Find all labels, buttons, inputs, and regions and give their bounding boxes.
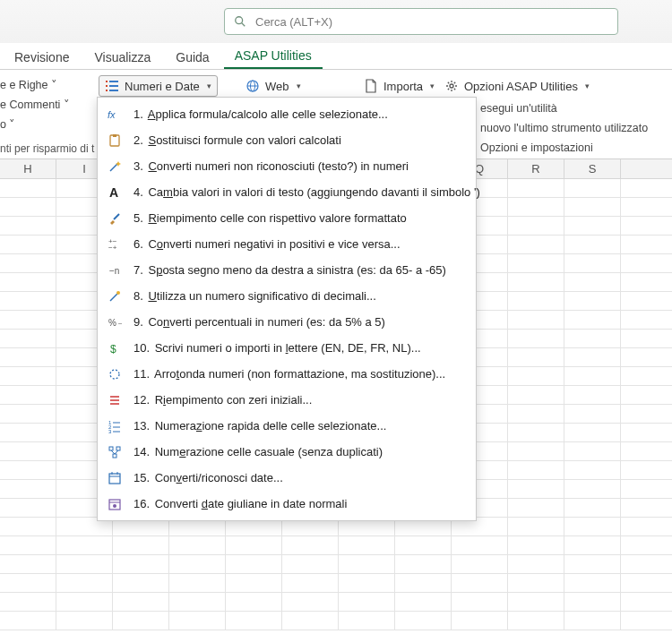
grid-cell[interactable] — [452, 593, 508, 611]
menu-item-11[interactable]: 11. Arrotonda numeri (non formattazione,… — [98, 361, 476, 387]
grid-cell[interactable] — [621, 217, 672, 235]
grid-cell[interactable] — [0, 612, 56, 630]
grid-cell[interactable] — [508, 254, 564, 272]
grid-cell[interactable] — [564, 518, 621, 535]
grid-cell[interactable] — [564, 236, 621, 253]
grid-cell[interactable] — [339, 593, 395, 611]
grid-cell[interactable] — [508, 612, 564, 630]
side-line[interactable]: Opzioni e impostazioni — [480, 138, 648, 158]
grid-cell[interactable] — [564, 198, 621, 216]
grid-cell[interactable] — [0, 217, 56, 235]
grid-cell[interactable] — [56, 612, 113, 630]
menu-item-10[interactable]: $10. Scrivi numeri o importi in lettere … — [98, 335, 476, 361]
grid-cell[interactable] — [0, 254, 56, 272]
grid-cell[interactable] — [0, 198, 56, 216]
grid-cell[interactable] — [226, 536, 282, 554]
grid-cell[interactable] — [395, 555, 452, 573]
tab-guida[interactable]: Guida — [165, 45, 220, 69]
grid-cell[interactable] — [621, 236, 672, 253]
grid-cell[interactable] — [564, 311, 621, 329]
numeri-e-date-button[interactable]: Numeri e Date ▾ — [99, 75, 218, 97]
ribbon-left-line[interactable]: o ˅ — [0, 115, 99, 134]
column-header[interactable]: H — [0, 159, 56, 178]
grid-cell[interactable] — [508, 217, 564, 235]
menu-item-15[interactable]: 15. Converti/riconosci date... — [98, 465, 476, 491]
grid-cell[interactable] — [508, 574, 564, 592]
grid-cell[interactable] — [508, 461, 564, 479]
menu-item-2[interactable]: 2. Sostituisci formule con valori calcol… — [98, 127, 476, 153]
menu-item-14[interactable]: 14. Numerazione celle casuale (senza dup… — [98, 439, 476, 465]
grid-cell[interactable] — [0, 179, 56, 197]
grid-cell[interactable] — [564, 405, 621, 423]
grid-cell[interactable] — [226, 574, 282, 592]
grid-cell[interactable] — [621, 405, 672, 423]
ribbon-left-line[interactable]: e e Righe ˅ — [0, 75, 99, 95]
grid-cell[interactable] — [282, 555, 339, 573]
grid-cell[interactable] — [508, 593, 564, 611]
menu-item-1[interactable]: fx1. Applica formula/calcolo alle celle … — [98, 101, 476, 127]
grid-cell[interactable] — [508, 198, 564, 216]
grid-cell[interactable] — [452, 536, 508, 554]
grid-cell[interactable] — [564, 217, 621, 235]
grid-cell[interactable] — [452, 574, 508, 592]
grid-cell[interactable] — [508, 499, 564, 517]
grid-cell[interactable] — [621, 386, 672, 404]
grid-cell[interactable] — [0, 311, 56, 329]
grid-cell[interactable] — [0, 518, 56, 535]
grid-cell[interactable] — [564, 555, 621, 573]
grid-cell[interactable] — [621, 367, 672, 385]
grid-cell[interactable] — [395, 612, 452, 630]
menu-item-6[interactable]: +−−+6. Converti numeri negativi in posit… — [98, 231, 476, 257]
grid-cell[interactable] — [339, 536, 395, 554]
grid-cell[interactable] — [0, 236, 56, 253]
grid-cell[interactable] — [339, 612, 395, 630]
grid-cell[interactable] — [395, 593, 452, 611]
grid-cell[interactable] — [621, 311, 672, 329]
grid-cell[interactable] — [0, 367, 56, 385]
search-box[interactable]: Cerca (ALT+X) — [224, 8, 618, 35]
grid-cell[interactable] — [508, 273, 564, 291]
column-header[interactable]: R — [508, 159, 564, 178]
grid-cell[interactable] — [226, 555, 282, 573]
grid-cell[interactable] — [169, 536, 226, 554]
menu-item-16[interactable]: 16. Converti date giuliane in date norma… — [98, 491, 476, 517]
grid-cell[interactable] — [621, 179, 672, 197]
grid-cell[interactable] — [452, 555, 508, 573]
grid-cell[interactable] — [621, 480, 672, 498]
grid-cell[interactable] — [0, 273, 56, 291]
grid-cell[interactable] — [621, 536, 672, 554]
grid-cell[interactable] — [282, 612, 339, 630]
menu-item-4[interactable]: A4. Cambia valori in valori di testo (ag… — [98, 179, 476, 205]
grid-cell[interactable] — [113, 612, 169, 630]
grid-cell[interactable] — [508, 555, 564, 573]
column-header[interactable]: S — [564, 159, 621, 178]
grid-cell[interactable] — [564, 499, 621, 517]
grid-cell[interactable] — [621, 518, 672, 535]
grid-cell[interactable] — [621, 273, 672, 291]
grid-cell[interactable] — [56, 536, 113, 554]
menu-item-7[interactable]: −n7. Sposta segno meno da destra a sinis… — [98, 257, 476, 283]
grid-cell[interactable] — [508, 311, 564, 329]
grid-cell[interactable] — [564, 179, 621, 197]
grid-cell[interactable] — [169, 593, 226, 611]
grid-cell[interactable] — [621, 555, 672, 573]
grid-cell[interactable] — [226, 593, 282, 611]
grid-cell[interactable] — [621, 424, 672, 441]
grid-cell[interactable] — [564, 292, 621, 310]
grid-cell[interactable] — [621, 499, 672, 517]
menu-item-5[interactable]: 5. Riempimento celle con rispettivo valo… — [98, 205, 476, 231]
grid-cell[interactable] — [0, 330, 56, 347]
grid-cell[interactable] — [564, 480, 621, 498]
grid-cell[interactable] — [564, 536, 621, 554]
grid-cell[interactable] — [0, 386, 56, 404]
grid-cell[interactable] — [113, 536, 169, 554]
grid-cell[interactable] — [564, 254, 621, 272]
grid-cell[interactable] — [621, 442, 672, 460]
web-button[interactable]: Web ▾ — [240, 75, 306, 97]
grid-cell[interactable] — [508, 179, 564, 197]
grid-cell[interactable] — [621, 612, 672, 630]
grid-cell[interactable] — [564, 593, 621, 611]
grid-cell[interactable] — [0, 536, 56, 554]
grid-cell[interactable] — [0, 461, 56, 479]
grid-cell[interactable] — [508, 518, 564, 535]
